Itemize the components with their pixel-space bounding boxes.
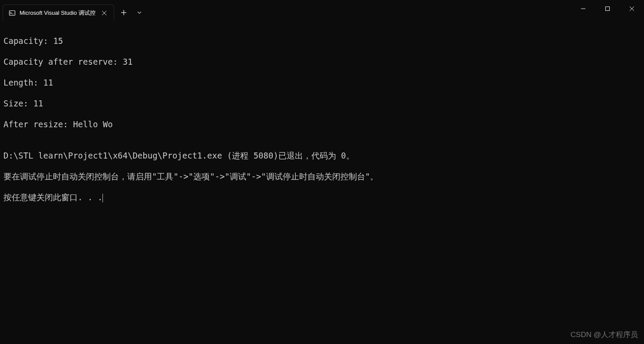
tab-dropdown-button[interactable] [132,4,147,21]
output-line: Length: 11 [3,77,641,88]
output-line-with-cursor: 按任意键关闭此窗口. . . [3,192,641,202]
output-line: After resize: Hello Wo [3,119,641,129]
titlebar: Microsoft Visual Studio 调试控 [0,0,644,21]
output-line: Capacity after reserve: 31 [3,56,641,67]
watermark: CSDN @人才程序员 [571,330,638,340]
output-line: Capacity: 15 [3,36,641,46]
tab-title: Microsoft Visual Studio 调试控 [20,9,96,17]
tab-strip: Microsoft Visual Studio 调试控 [0,0,147,21]
minimize-button[interactable] [571,0,595,17]
output-line: Size: 11 [3,98,641,109]
maximize-button[interactable] [595,0,620,17]
terminal-icon [8,9,16,17]
tab-debug-console[interactable]: Microsoft Visual Studio 调试控 [3,4,114,21]
text-cursor [102,194,103,202]
new-tab-button[interactable] [116,4,132,21]
tab-close-button[interactable] [100,9,109,17]
output-text: 按任意键关闭此窗口. . . [3,192,102,202]
close-button[interactable] [620,0,644,17]
window-controls [571,0,644,21]
output-line: 要在调试停止时自动关闭控制台，请启用"工具"->"选项"->"调试"->"调试停… [3,171,641,182]
console-output[interactable]: Capacity: 15 Capacity after reserve: 31 … [0,21,644,217]
svg-rect-7 [606,7,610,11]
svg-rect-0 [10,10,15,15]
output-line: D:\STL learn\Project1\x64\Debug\Project1… [3,150,641,161]
